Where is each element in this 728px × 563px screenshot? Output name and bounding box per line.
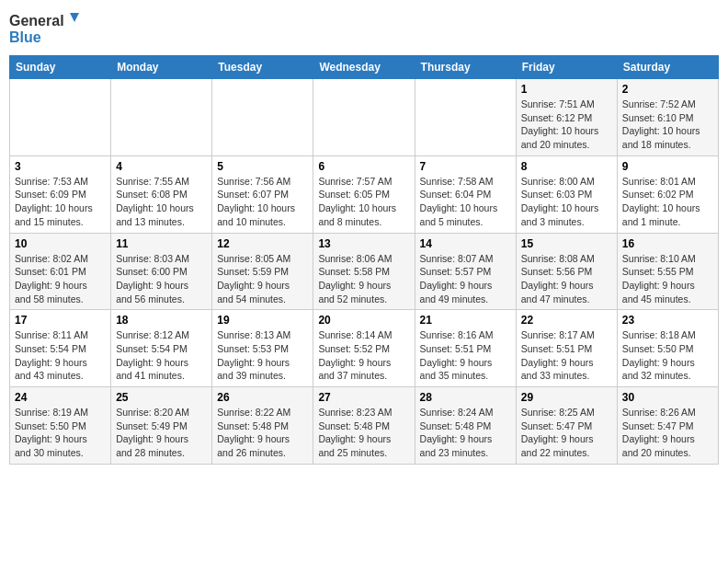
day-number: 3: [15, 160, 106, 173]
day-info: Sunrise: 8:11 AM Sunset: 5:54 PM Dayligh…: [15, 328, 106, 383]
svg-marker-1: [70, 13, 79, 22]
day-number: 11: [116, 237, 207, 250]
svg-text:General: General: [9, 13, 64, 29]
day-info: Sunrise: 7:58 AM Sunset: 6:04 PM Dayligh…: [420, 175, 511, 229]
logo: GeneralBlue: [9, 9, 83, 48]
day-number: 28: [420, 391, 511, 404]
day-number: 7: [420, 160, 511, 173]
calendar-week-5: 24Sunrise: 8:19 AM Sunset: 5:50 PM Dayli…: [10, 387, 719, 465]
calendar-cell: 3Sunrise: 7:53 AM Sunset: 6:09 PM Daylig…: [10, 155, 111, 233]
calendar-cell: 26Sunrise: 8:22 AM Sunset: 5:48 PM Dayli…: [212, 387, 313, 465]
day-number: 15: [521, 237, 612, 250]
calendar-cell: 30Sunrise: 8:26 AM Sunset: 5:47 PM Dayli…: [617, 387, 718, 465]
day-info: Sunrise: 8:06 AM Sunset: 5:58 PM Dayligh…: [318, 252, 409, 306]
calendar-week-1: 1Sunrise: 7:51 AM Sunset: 6:12 PM Daylig…: [10, 79, 719, 156]
day-info: Sunrise: 8:26 AM Sunset: 5:47 PM Dayligh…: [622, 406, 713, 460]
day-info: Sunrise: 7:55 AM Sunset: 6:08 PM Dayligh…: [116, 175, 207, 229]
day-info: Sunrise: 8:22 AM Sunset: 5:48 PM Dayligh…: [217, 406, 308, 460]
day-info: Sunrise: 8:18 AM Sunset: 5:50 PM Dayligh…: [622, 328, 713, 383]
calendar-table: SundayMondayTuesdayWednesdayThursdayFrid…: [9, 55, 719, 465]
calendar-cell: 10Sunrise: 8:02 AM Sunset: 6:01 PM Dayli…: [10, 233, 111, 310]
calendar-cell: 29Sunrise: 8:25 AM Sunset: 5:47 PM Dayli…: [516, 387, 617, 465]
day-info: Sunrise: 8:13 AM Sunset: 5:53 PM Dayligh…: [217, 328, 308, 383]
calendar-cell: 27Sunrise: 8:23 AM Sunset: 5:48 PM Dayli…: [313, 387, 415, 465]
day-info: Sunrise: 8:12 AM Sunset: 5:54 PM Dayligh…: [116, 328, 207, 383]
day-number: 26: [217, 391, 308, 404]
logo-svg: GeneralBlue: [9, 9, 83, 48]
calendar-cell: [212, 79, 313, 156]
day-info: Sunrise: 8:02 AM Sunset: 6:01 PM Dayligh…: [15, 252, 106, 306]
day-number: 2: [622, 83, 713, 96]
day-header-saturday: Saturday: [617, 56, 718, 79]
calendar-cell: [313, 79, 415, 156]
calendar-cell: 23Sunrise: 8:18 AM Sunset: 5:50 PM Dayli…: [617, 310, 718, 387]
day-number: 27: [318, 391, 409, 404]
day-number: 25: [116, 391, 207, 404]
day-number: 5: [217, 160, 308, 173]
day-info: Sunrise: 8:19 AM Sunset: 5:50 PM Dayligh…: [15, 406, 106, 460]
calendar-cell: 16Sunrise: 8:10 AM Sunset: 5:55 PM Dayli…: [617, 233, 718, 310]
day-info: Sunrise: 8:16 AM Sunset: 5:51 PM Dayligh…: [420, 328, 511, 383]
calendar-cell: 19Sunrise: 8:13 AM Sunset: 5:53 PM Dayli…: [212, 310, 313, 387]
day-info: Sunrise: 8:01 AM Sunset: 6:02 PM Dayligh…: [622, 175, 713, 229]
calendar-week-3: 10Sunrise: 8:02 AM Sunset: 6:01 PM Dayli…: [10, 233, 719, 310]
day-header-friday: Friday: [516, 56, 617, 79]
calendar-cell: 25Sunrise: 8:20 AM Sunset: 5:49 PM Dayli…: [111, 387, 212, 465]
calendar-cell: 7Sunrise: 7:58 AM Sunset: 6:04 PM Daylig…: [415, 155, 516, 233]
calendar-cell: 6Sunrise: 7:57 AM Sunset: 6:05 PM Daylig…: [313, 155, 415, 233]
day-info: Sunrise: 7:52 AM Sunset: 6:10 PM Dayligh…: [622, 98, 713, 152]
calendar-cell: 15Sunrise: 8:08 AM Sunset: 5:56 PM Dayli…: [516, 233, 617, 310]
calendar-cell: [10, 79, 111, 156]
day-number: 29: [521, 391, 612, 404]
day-info: Sunrise: 7:57 AM Sunset: 6:05 PM Dayligh…: [318, 175, 409, 229]
day-header-monday: Monday: [111, 56, 212, 79]
day-info: Sunrise: 8:10 AM Sunset: 5:55 PM Dayligh…: [622, 252, 713, 306]
day-info: Sunrise: 8:17 AM Sunset: 5:51 PM Dayligh…: [521, 328, 612, 383]
calendar-cell: [415, 79, 516, 156]
calendar-header-row: SundayMondayTuesdayWednesdayThursdayFrid…: [10, 56, 719, 79]
day-number: 19: [217, 314, 308, 327]
day-info: Sunrise: 7:53 AM Sunset: 6:09 PM Dayligh…: [15, 175, 106, 229]
calendar-cell: 18Sunrise: 8:12 AM Sunset: 5:54 PM Dayli…: [111, 310, 212, 387]
day-info: Sunrise: 8:14 AM Sunset: 5:52 PM Dayligh…: [318, 328, 409, 383]
day-header-thursday: Thursday: [415, 56, 516, 79]
day-number: 13: [318, 237, 409, 250]
day-info: Sunrise: 7:56 AM Sunset: 6:07 PM Dayligh…: [217, 175, 308, 229]
day-number: 17: [15, 314, 106, 327]
page-header: GeneralBlue: [9, 9, 719, 48]
day-number: 8: [521, 160, 612, 173]
day-info: Sunrise: 8:03 AM Sunset: 6:00 PM Dayligh…: [116, 252, 207, 306]
day-number: 16: [622, 237, 713, 250]
calendar-cell: 5Sunrise: 7:56 AM Sunset: 6:07 PM Daylig…: [212, 155, 313, 233]
calendar-week-2: 3Sunrise: 7:53 AM Sunset: 6:09 PM Daylig…: [10, 155, 719, 233]
calendar-body: 1Sunrise: 7:51 AM Sunset: 6:12 PM Daylig…: [10, 79, 719, 465]
day-info: Sunrise: 8:05 AM Sunset: 5:59 PM Dayligh…: [217, 252, 308, 306]
calendar-cell: [111, 79, 212, 156]
day-info: Sunrise: 8:07 AM Sunset: 5:57 PM Dayligh…: [420, 252, 511, 306]
day-info: Sunrise: 7:51 AM Sunset: 6:12 PM Dayligh…: [521, 98, 612, 152]
calendar-cell: 22Sunrise: 8:17 AM Sunset: 5:51 PM Dayli…: [516, 310, 617, 387]
svg-text:Blue: Blue: [9, 29, 41, 45]
calendar-cell: 17Sunrise: 8:11 AM Sunset: 5:54 PM Dayli…: [10, 310, 111, 387]
day-number: 1: [521, 83, 612, 96]
day-number: 10: [15, 237, 106, 250]
day-info: Sunrise: 8:20 AM Sunset: 5:49 PM Dayligh…: [116, 406, 207, 460]
calendar-cell: 9Sunrise: 8:01 AM Sunset: 6:02 PM Daylig…: [617, 155, 718, 233]
calendar-week-4: 17Sunrise: 8:11 AM Sunset: 5:54 PM Dayli…: [10, 310, 719, 387]
calendar-cell: 28Sunrise: 8:24 AM Sunset: 5:48 PM Dayli…: [415, 387, 516, 465]
calendar-cell: 21Sunrise: 8:16 AM Sunset: 5:51 PM Dayli…: [415, 310, 516, 387]
day-number: 30: [622, 391, 713, 404]
day-number: 9: [622, 160, 713, 173]
day-number: 18: [116, 314, 207, 327]
calendar-cell: 20Sunrise: 8:14 AM Sunset: 5:52 PM Dayli…: [313, 310, 415, 387]
day-header-wednesday: Wednesday: [313, 56, 415, 79]
day-number: 14: [420, 237, 511, 250]
day-number: 24: [15, 391, 106, 404]
calendar-cell: 8Sunrise: 8:00 AM Sunset: 6:03 PM Daylig…: [516, 155, 617, 233]
day-info: Sunrise: 8:24 AM Sunset: 5:48 PM Dayligh…: [420, 406, 511, 460]
calendar-cell: 11Sunrise: 8:03 AM Sunset: 6:00 PM Dayli…: [111, 233, 212, 310]
day-info: Sunrise: 8:25 AM Sunset: 5:47 PM Dayligh…: [521, 406, 612, 460]
day-info: Sunrise: 8:08 AM Sunset: 5:56 PM Dayligh…: [521, 252, 612, 306]
day-number: 21: [420, 314, 511, 327]
calendar-cell: 4Sunrise: 7:55 AM Sunset: 6:08 PM Daylig…: [111, 155, 212, 233]
